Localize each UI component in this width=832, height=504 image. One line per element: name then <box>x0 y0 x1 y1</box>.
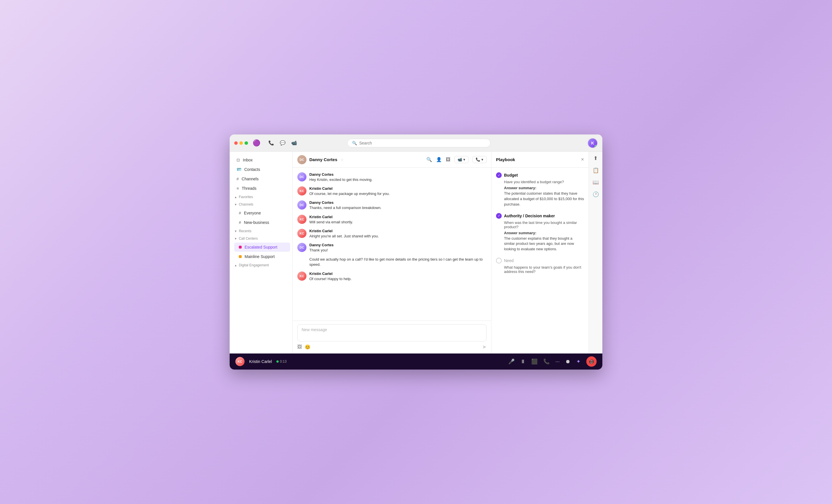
main-content: ⊡ Inbox 🪪 Contacts # Channels ≡ Threads … <box>230 152 602 353</box>
message-text: Alright you're all set. Just shared with… <box>309 234 379 239</box>
sidebar-item-mainline-support[interactable]: Mainline Support <box>234 252 290 261</box>
sidebar-label-everyone: Everyone <box>244 211 261 215</box>
sidebar-item-inbox[interactable]: ⊡ Inbox <box>232 155 290 164</box>
app-window: 🟣 📞 💬 📹 🔍 K ⊡ Inbox 🪪 Contacts <box>230 134 602 370</box>
search-bar[interactable]: 🔍 <box>347 139 491 148</box>
video-call-btn[interactable]: 📹 ▾ <box>454 156 468 163</box>
transfer-call-icon[interactable]: 📞 <box>543 359 550 365</box>
upload-icon[interactable]: ⬆ <box>594 155 598 161</box>
danny-avatar-image: DC <box>297 201 307 210</box>
chat-icon[interactable]: 💬 <box>280 140 286 145</box>
message-input-area: New message 🖼 😊 ➤ <box>293 320 491 353</box>
online-indicator <box>595 145 597 148</box>
mute-icon[interactable]: 🎤 <box>508 359 515 365</box>
pause-icon[interactable]: ⏸ <box>520 359 525 365</box>
more-options-icon[interactable]: ··· <box>555 359 560 365</box>
phone-icon[interactable]: 📞 <box>268 140 274 145</box>
message-text: Of course, let me package up everything … <box>309 191 390 196</box>
everyone-hash-icon: # <box>239 211 241 215</box>
message-input-placeholder: New message <box>302 327 482 332</box>
sidebar-item-new-business[interactable]: # New-business <box>234 218 290 227</box>
record-icon[interactable]: ⏺ <box>565 359 571 365</box>
call-bar-avatar-image: KC <box>235 357 244 366</box>
inbox-icon: ⊡ <box>236 158 240 162</box>
message-content: Danny Cortes Hey Kristin, excited to get… <box>309 172 372 182</box>
ai-assist-icon[interactable]: ✦ <box>576 359 580 365</box>
call-timer: 0:13 <box>280 360 286 364</box>
message-text: Could we actually hop on a call? I'd lik… <box>309 257 487 267</box>
message-sender: Kristin Carlel <box>309 186 390 191</box>
message-text: Of course! Happy to help. <box>309 276 352 282</box>
message-content: Danny Cortes Thanks, need a full compari… <box>309 201 381 210</box>
sidebar-label-channels: Channels <box>242 177 259 181</box>
send-button[interactable]: ➤ <box>482 344 487 350</box>
close-button[interactable] <box>234 141 238 145</box>
playbook-item-budget: ✓ Budget Have you identified a budget ra… <box>496 172 584 207</box>
message-sender: Kristin Carlel <box>309 215 353 219</box>
message-text: Will send via email shortly. <box>309 220 353 225</box>
minimize-button[interactable] <box>239 141 243 145</box>
message-input-toolbar: 🖼 😊 ➤ <box>297 341 487 350</box>
message-standalone: Could we actually hop on a call? I'd lik… <box>297 257 487 267</box>
kristin-avatar: KC <box>297 215 307 224</box>
message-sender: Kristin Carlel <box>309 271 352 276</box>
book-icon[interactable]: 📖 <box>593 179 599 185</box>
digital-engagement-section[interactable]: ▲ Digital Engagement <box>230 262 292 269</box>
playbook-close-button[interactable]: × <box>581 157 584 163</box>
digital-engagement-label: Digital Engagement <box>239 263 269 267</box>
kristin-avatar: KC <box>297 186 307 195</box>
emoji-icon[interactable]: 😊 <box>305 344 311 350</box>
playbook-item-authority: ✓ Authority / Decision maker When was th… <box>496 213 584 252</box>
call-centers-section[interactable]: ▼ Call Centers <box>230 235 292 242</box>
danny-avatar-image: DC <box>297 243 307 252</box>
sidebar-item-contacts[interactable]: 🪪 Contacts <box>232 165 290 174</box>
call-bar-controls: 🎤 ⏸ ⬛ 📞 ··· ⏺ ✦ 📵 <box>508 356 597 367</box>
message-text: Thank you! <box>309 248 334 253</box>
call-active-dot <box>277 361 279 363</box>
call-centers-chevron: ▼ <box>234 237 237 240</box>
channels-section-label: Channels <box>239 203 254 206</box>
video-icon[interactable]: 📹 <box>291 140 297 145</box>
image-icon[interactable]: 🖼 <box>446 157 450 162</box>
search-input[interactable] <box>359 141 486 145</box>
search-chat-icon[interactable]: 🔍 <box>426 157 432 162</box>
message-sender: Kristin Carlel <box>309 229 379 233</box>
clipboard-icon[interactable]: 📋 <box>593 167 599 174</box>
user-avatar[interactable]: K <box>588 138 598 148</box>
budget-question: Have you identified a budget range? <box>496 180 584 184</box>
sidebar-item-everyone[interactable]: # Everyone <box>234 208 290 218</box>
sidebar-item-channels[interactable]: # Channels <box>232 174 290 184</box>
budget-answer-label: Answer summary: <box>496 186 584 190</box>
clock-icon[interactable]: 🕐 <box>593 191 599 197</box>
message-content: Danny Cortes Thank you! <box>309 243 334 253</box>
messages-container: DC Danny Cortes Hey Kristin, excited to … <box>293 168 491 320</box>
end-call-button[interactable]: 📵 <box>586 356 597 367</box>
image-attach-icon[interactable]: 🖼 <box>297 344 302 349</box>
sidebar-item-threads[interactable]: ≡ Threads <box>232 184 290 193</box>
message-content: Kristin Carlel Of course! Happy to help. <box>309 271 352 282</box>
maximize-button[interactable] <box>244 141 248 145</box>
message-input-box[interactable]: New message <box>297 324 487 341</box>
add-participant-icon[interactable]: 👤 <box>436 157 442 162</box>
recents-section[interactable]: ▼ Recents <box>230 227 292 235</box>
sidebar-item-escalated-support[interactable]: Escalated Support <box>234 242 290 252</box>
danny-avatar: DC <box>297 172 307 182</box>
traffic-lights <box>234 141 248 145</box>
favorite-star-icon[interactable]: ☆ <box>340 157 344 162</box>
channels-chevron: ▼ <box>234 203 237 206</box>
kristin-avatar: KC <box>297 271 307 281</box>
screen-share-icon[interactable]: ⬛ <box>531 359 538 365</box>
favorites-label: Favorites <box>239 195 253 199</box>
end-call-icon: 📵 <box>589 359 594 364</box>
favorites-section[interactable]: ▲ Favorites <box>230 193 292 201</box>
message-content: Kristin Carlel Will send via email short… <box>309 215 353 225</box>
authority-answer-text: The customer explains that they bought a… <box>496 236 584 252</box>
message-sender: Danny Cortes <box>309 172 372 177</box>
channels-section[interactable]: ▼ Channels <box>230 201 292 208</box>
recents-label: Recents <box>239 229 252 233</box>
call-bar-avatar: KC <box>235 357 244 366</box>
budget-title: Budget <box>504 173 518 178</box>
authority-question: When was the last time you bought a simi… <box>496 220 584 229</box>
budget-check-icon: ✓ <box>496 172 502 178</box>
phone-call-btn[interactable]: 📞 ▾ <box>472 156 487 163</box>
